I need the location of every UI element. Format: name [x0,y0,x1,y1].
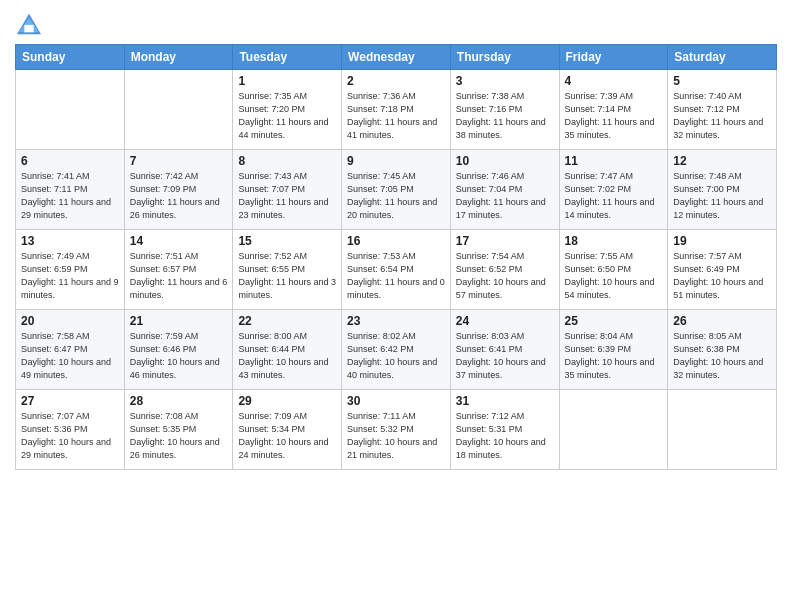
day-number: 2 [347,74,445,88]
calendar-cell: 8Sunrise: 7:43 AMSunset: 7:07 PMDaylight… [233,150,342,230]
day-number: 23 [347,314,445,328]
day-info: Sunrise: 7:35 AMSunset: 7:20 PMDaylight:… [238,90,336,142]
day-info: Sunrise: 7:08 AMSunset: 5:35 PMDaylight:… [130,410,228,462]
day-info: Sunrise: 7:57 AMSunset: 6:49 PMDaylight:… [673,250,771,302]
calendar-cell: 12Sunrise: 7:48 AMSunset: 7:00 PMDayligh… [668,150,777,230]
calendar-cell: 22Sunrise: 8:00 AMSunset: 6:44 PMDayligh… [233,310,342,390]
day-number: 9 [347,154,445,168]
day-info: Sunrise: 7:36 AMSunset: 7:18 PMDaylight:… [347,90,445,142]
day-number: 11 [565,154,663,168]
day-number: 31 [456,394,554,408]
calendar-cell: 23Sunrise: 8:02 AMSunset: 6:42 PMDayligh… [342,310,451,390]
day-number: 8 [238,154,336,168]
day-number: 27 [21,394,119,408]
calendar-cell: 10Sunrise: 7:46 AMSunset: 7:04 PMDayligh… [450,150,559,230]
calendar-cell [559,390,668,470]
calendar-cell: 13Sunrise: 7:49 AMSunset: 6:59 PMDayligh… [16,230,125,310]
day-info: Sunrise: 7:11 AMSunset: 5:32 PMDaylight:… [347,410,445,462]
day-number: 1 [238,74,336,88]
day-info: Sunrise: 7:53 AMSunset: 6:54 PMDaylight:… [347,250,445,302]
calendar-cell: 14Sunrise: 7:51 AMSunset: 6:57 PMDayligh… [124,230,233,310]
day-number: 4 [565,74,663,88]
day-info: Sunrise: 7:51 AMSunset: 6:57 PMDaylight:… [130,250,228,302]
day-number: 5 [673,74,771,88]
day-info: Sunrise: 7:52 AMSunset: 6:55 PMDaylight:… [238,250,336,302]
calendar-cell: 2Sunrise: 7:36 AMSunset: 7:18 PMDaylight… [342,70,451,150]
calendar-cell: 7Sunrise: 7:42 AMSunset: 7:09 PMDaylight… [124,150,233,230]
calendar-cell: 11Sunrise: 7:47 AMSunset: 7:02 PMDayligh… [559,150,668,230]
day-number: 17 [456,234,554,248]
calendar-cell: 31Sunrise: 7:12 AMSunset: 5:31 PMDayligh… [450,390,559,470]
day-number: 16 [347,234,445,248]
day-info: Sunrise: 7:07 AMSunset: 5:36 PMDaylight:… [21,410,119,462]
col-header-saturday: Saturday [668,45,777,70]
day-info: Sunrise: 7:47 AMSunset: 7:02 PMDaylight:… [565,170,663,222]
calendar-cell: 1Sunrise: 7:35 AMSunset: 7:20 PMDaylight… [233,70,342,150]
day-info: Sunrise: 8:02 AMSunset: 6:42 PMDaylight:… [347,330,445,382]
day-info: Sunrise: 7:09 AMSunset: 5:34 PMDaylight:… [238,410,336,462]
calendar-cell: 18Sunrise: 7:55 AMSunset: 6:50 PMDayligh… [559,230,668,310]
day-info: Sunrise: 7:41 AMSunset: 7:11 PMDaylight:… [21,170,119,222]
logo [15,14,45,36]
day-info: Sunrise: 7:42 AMSunset: 7:09 PMDaylight:… [130,170,228,222]
calendar-cell: 21Sunrise: 7:59 AMSunset: 6:46 PMDayligh… [124,310,233,390]
col-header-tuesday: Tuesday [233,45,342,70]
day-number: 20 [21,314,119,328]
calendar-cell: 29Sunrise: 7:09 AMSunset: 5:34 PMDayligh… [233,390,342,470]
day-number: 30 [347,394,445,408]
day-info: Sunrise: 7:39 AMSunset: 7:14 PMDaylight:… [565,90,663,142]
day-info: Sunrise: 8:03 AMSunset: 6:41 PMDaylight:… [456,330,554,382]
day-info: Sunrise: 7:45 AMSunset: 7:05 PMDaylight:… [347,170,445,222]
day-number: 21 [130,314,228,328]
day-number: 15 [238,234,336,248]
calendar-cell: 4Sunrise: 7:39 AMSunset: 7:14 PMDaylight… [559,70,668,150]
col-header-thursday: Thursday [450,45,559,70]
calendar-cell: 25Sunrise: 8:04 AMSunset: 6:39 PMDayligh… [559,310,668,390]
day-info: Sunrise: 7:58 AMSunset: 6:47 PMDaylight:… [21,330,119,382]
calendar-cell [16,70,125,150]
calendar-cell: 16Sunrise: 7:53 AMSunset: 6:54 PMDayligh… [342,230,451,310]
day-number: 12 [673,154,771,168]
calendar-cell: 27Sunrise: 7:07 AMSunset: 5:36 PMDayligh… [16,390,125,470]
day-number: 19 [673,234,771,248]
calendar-cell: 19Sunrise: 7:57 AMSunset: 6:49 PMDayligh… [668,230,777,310]
day-number: 6 [21,154,119,168]
day-info: Sunrise: 8:05 AMSunset: 6:38 PMDaylight:… [673,330,771,382]
day-info: Sunrise: 7:49 AMSunset: 6:59 PMDaylight:… [21,250,119,302]
calendar-cell: 15Sunrise: 7:52 AMSunset: 6:55 PMDayligh… [233,230,342,310]
calendar-cell: 5Sunrise: 7:40 AMSunset: 7:12 PMDaylight… [668,70,777,150]
day-number: 28 [130,394,228,408]
calendar-cell: 24Sunrise: 8:03 AMSunset: 6:41 PMDayligh… [450,310,559,390]
day-info: Sunrise: 7:43 AMSunset: 7:07 PMDaylight:… [238,170,336,222]
calendar-table: SundayMondayTuesdayWednesdayThursdayFrid… [15,44,777,470]
calendar-cell: 9Sunrise: 7:45 AMSunset: 7:05 PMDaylight… [342,150,451,230]
calendar-cell: 28Sunrise: 7:08 AMSunset: 5:35 PMDayligh… [124,390,233,470]
day-number: 13 [21,234,119,248]
day-number: 29 [238,394,336,408]
day-number: 7 [130,154,228,168]
calendar-cell [124,70,233,150]
col-header-sunday: Sunday [16,45,125,70]
day-info: Sunrise: 8:00 AMSunset: 6:44 PMDaylight:… [238,330,336,382]
svg-rect-2 [24,25,33,32]
day-info: Sunrise: 7:12 AMSunset: 5:31 PMDaylight:… [456,410,554,462]
day-info: Sunrise: 8:04 AMSunset: 6:39 PMDaylight:… [565,330,663,382]
calendar-cell: 20Sunrise: 7:58 AMSunset: 6:47 PMDayligh… [16,310,125,390]
col-header-friday: Friday [559,45,668,70]
col-header-wednesday: Wednesday [342,45,451,70]
day-number: 18 [565,234,663,248]
day-number: 26 [673,314,771,328]
day-info: Sunrise: 7:55 AMSunset: 6:50 PMDaylight:… [565,250,663,302]
day-info: Sunrise: 7:54 AMSunset: 6:52 PMDaylight:… [456,250,554,302]
day-info: Sunrise: 7:40 AMSunset: 7:12 PMDaylight:… [673,90,771,142]
calendar-cell: 6Sunrise: 7:41 AMSunset: 7:11 PMDaylight… [16,150,125,230]
calendar-cell: 30Sunrise: 7:11 AMSunset: 5:32 PMDayligh… [342,390,451,470]
day-number: 10 [456,154,554,168]
col-header-monday: Monday [124,45,233,70]
day-info: Sunrise: 7:46 AMSunset: 7:04 PMDaylight:… [456,170,554,222]
day-number: 22 [238,314,336,328]
day-number: 24 [456,314,554,328]
calendar-cell [668,390,777,470]
calendar-cell: 17Sunrise: 7:54 AMSunset: 6:52 PMDayligh… [450,230,559,310]
day-info: Sunrise: 7:59 AMSunset: 6:46 PMDaylight:… [130,330,228,382]
